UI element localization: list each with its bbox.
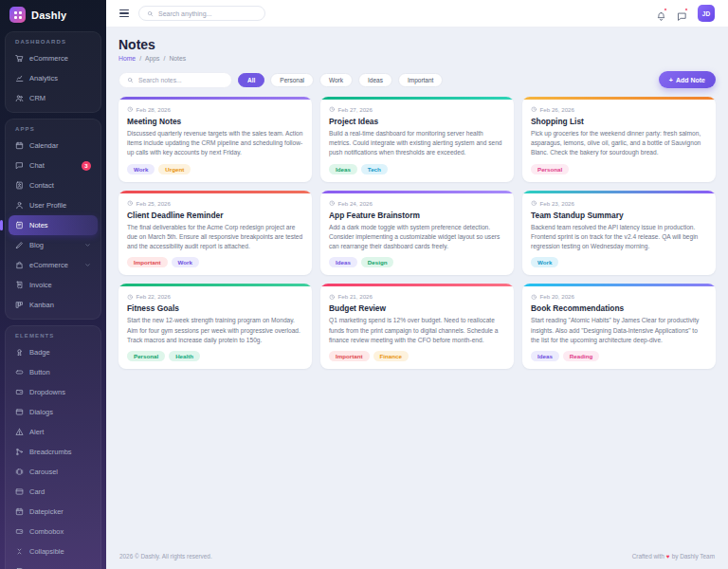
clock-icon <box>531 106 537 113</box>
note-tag[interactable]: Finance <box>373 351 409 361</box>
note-card-project-ideas[interactable]: Feb 27, 2026 Project Ideas Build a real-… <box>320 97 514 182</box>
note-tag[interactable]: Urgent <box>158 164 191 174</box>
sidebar-group-apps: APPS Calendar Chat3 Contact User Profile… <box>5 119 101 320</box>
breadcrumb: Home / Apps / Notes <box>118 55 716 62</box>
note-title: Meeting Notes <box>127 117 303 126</box>
sidebar-item-label: Button <box>29 368 50 376</box>
notes-grid: Feb 28, 2026 Meeting Notes Discussed qua… <box>118 97 716 369</box>
note-tag[interactable]: Work <box>172 257 199 267</box>
sidebar-item-carousel[interactable]: Carousel <box>9 462 98 482</box>
filter-pill-ideas[interactable]: Ideas <box>358 73 392 87</box>
kanban-icon <box>15 301 24 309</box>
sidebar-item-dropdowns[interactable]: Dropdowns <box>9 382 98 402</box>
note-tags: Personal <box>531 158 707 174</box>
sidebar-item-command[interactable]: Command <box>9 561 98 569</box>
sidebar-item-label: Combobox <box>29 527 64 536</box>
note-title: Budget Review <box>329 303 505 313</box>
filter-pill-all[interactable]: All <box>238 73 264 87</box>
sidebar-item-breadcrumbs[interactable]: Breadcrumbs <box>9 442 98 462</box>
note-title: App Feature Brainstorm <box>329 211 505 220</box>
sidebar-item-badge[interactable]: Badge <box>9 342 98 362</box>
sidebar-item-calendar[interactable]: Calendar <box>9 136 98 156</box>
note-tags: Ideas Design <box>329 251 505 267</box>
sidebar-item-label: Kanban <box>29 301 54 309</box>
notes-search-placeholder: Search notes... <box>138 77 182 83</box>
breadcrumb-separator: / <box>139 55 141 62</box>
note-title: Shopping List <box>531 117 707 126</box>
chevron-down-icon <box>84 262 91 268</box>
sidebar-item-collapsible[interactable]: Collapsible <box>9 541 98 561</box>
sidebar-item-dialogs[interactable]: Dialogs <box>9 402 98 422</box>
footer-credit: Crafted with♥by Dashly Team <box>632 553 715 560</box>
sidebar-group-label: DASHBOARDS <box>9 36 98 48</box>
note-tag[interactable]: Tech <box>361 164 388 174</box>
note-tag[interactable]: Ideas <box>329 164 357 174</box>
note-tag[interactable]: Health <box>169 351 200 361</box>
sidebar-item-user-profile[interactable]: User Profile <box>9 195 98 215</box>
sidebar-item-chat[interactable]: Chat3 <box>9 156 98 175</box>
note-tag[interactable]: Personal <box>127 351 165 361</box>
note-title: Project Ideas <box>329 117 505 126</box>
sidebar-item-alert[interactable]: Alert <box>9 422 98 442</box>
sidebar-item-label: Datepicker <box>29 507 64 516</box>
filter-pill-personal[interactable]: Personal <box>270 73 314 87</box>
note-tag[interactable]: Ideas <box>531 351 559 361</box>
sidebar-item-invoice[interactable]: Invoice <box>9 275 98 295</box>
note-tag[interactable]: Important <box>329 351 370 361</box>
sidebar-item-label: Breadcrumbs <box>29 448 72 456</box>
sidebar-item-ecommerce-app[interactable]: eCommerce <box>9 255 98 275</box>
note-card-client-deadline[interactable]: Feb 25, 2026 Client Deadline Reminder Th… <box>118 191 312 276</box>
note-tag[interactable]: Design <box>361 257 394 267</box>
hamburger-menu-icon[interactable] <box>119 9 129 17</box>
note-card-fitness-goals[interactable]: Feb 22, 2026 Fitness Goals Start the new… <box>118 284 312 369</box>
note-date: Feb 20, 2026 <box>531 293 707 300</box>
note-card-budget-review[interactable]: Feb 21, 2026 Budget Review Q1 marketing … <box>320 284 514 369</box>
messages-button[interactable] <box>677 9 687 19</box>
collapsible-icon <box>15 547 24 556</box>
note-tag[interactable]: Ideas <box>329 257 357 267</box>
sidebar-item-combobox[interactable]: Combobox <box>9 522 98 541</box>
note-date-text: Feb 20, 2026 <box>540 293 574 300</box>
sidebar-item-blog[interactable]: Blog <box>9 235 98 255</box>
sidebar-item-label: Blog <box>29 241 44 249</box>
sidebar-item-crm[interactable]: CRM <box>9 88 98 108</box>
note-tag[interactable]: Important <box>127 257 168 267</box>
note-card-book-recommendations[interactable]: Feb 20, 2026 Book Recommendations Start … <box>522 284 716 369</box>
clock-icon <box>329 106 336 113</box>
filter-pill-work[interactable]: Work <box>319 73 353 87</box>
sidebar-item-contact[interactable]: Contact <box>9 175 98 195</box>
note-card-app-feature-brainstorm[interactable]: Feb 24, 2026 App Feature Brainstorm Add … <box>320 191 514 276</box>
combobox-icon <box>15 527 24 536</box>
note-tag[interactable]: Work <box>531 257 558 267</box>
note-date: Feb 26, 2026 <box>531 106 707 113</box>
sidebar-item-ecommerce[interactable]: eCommerce <box>9 48 98 68</box>
user-avatar[interactable]: JD <box>698 5 715 22</box>
sidebar-item-label: Dialogs <box>29 408 53 416</box>
sidebar-item-button[interactable]: Button <box>9 362 98 382</box>
breadcrumb-home-link[interactable]: Home <box>118 55 136 62</box>
sidebar-item-card[interactable]: Card <box>9 482 98 502</box>
note-tag[interactable]: Reading <box>563 351 599 361</box>
add-note-button[interactable]: + Add Note <box>659 71 716 88</box>
note-body: Add a dark mode toggle with system prefe… <box>329 223 505 252</box>
sidebar-item-kanban[interactable]: Kanban <box>9 295 98 315</box>
sidebar-item-notes[interactable]: Notes <box>9 215 98 235</box>
filter-pill-important[interactable]: Important <box>398 73 443 87</box>
clock-icon <box>329 294 336 301</box>
note-date-text: Feb 22, 2026 <box>136 293 171 300</box>
note-card-meeting-notes[interactable]: Feb 28, 2026 Meeting Notes Discussed qua… <box>118 97 312 182</box>
global-search-input[interactable]: Search anything... <box>138 6 265 21</box>
notes-search-input[interactable]: Search notes... <box>118 72 232 88</box>
notification-dot <box>664 8 667 11</box>
notifications-button[interactable] <box>656 9 666 19</box>
cart-icon <box>15 54 24 63</box>
sidebar-item-analytics[interactable]: Analytics <box>9 68 98 88</box>
badge-icon <box>15 348 24 357</box>
note-tag[interactable]: Work <box>127 164 155 174</box>
note-card-shopping-list[interactable]: Feb 26, 2026 Shopping List Pick up groce… <box>522 97 716 182</box>
sidebar-item-datepicker[interactable]: Datepicker <box>9 502 98 522</box>
button-icon <box>15 368 24 376</box>
note-tag[interactable]: Personal <box>531 164 569 174</box>
app-logo[interactable]: Dashly <box>0 0 106 28</box>
note-card-team-standup[interactable]: Feb 23, 2026 Team Standup Summary Backen… <box>522 191 716 276</box>
